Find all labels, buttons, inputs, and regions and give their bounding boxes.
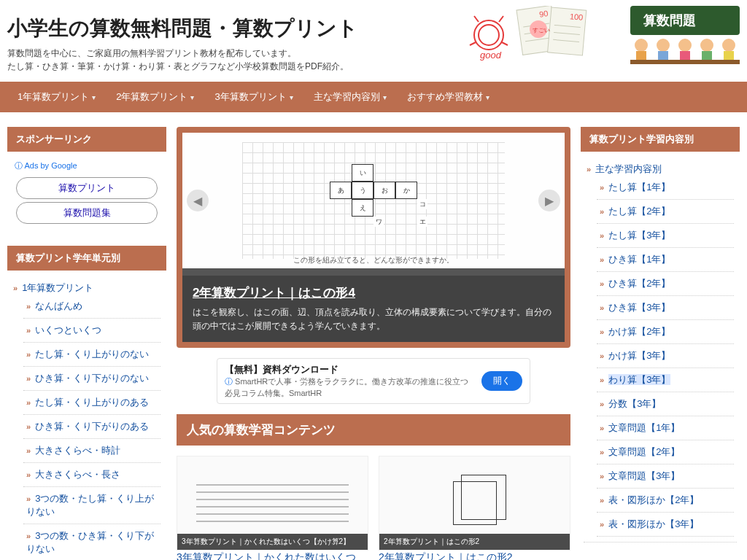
ads-label[interactable]: Ads by Google — [10, 158, 163, 174]
list-marker-icon: » — [600, 376, 604, 384]
slider-desc: はこを観察し、はこの面、辺、頂点を読み取り、立体の構成要素について学びます。自分… — [193, 306, 554, 333]
header-badge[interactable]: 算数問題 — [630, 6, 740, 35]
category-link[interactable]: ひき算【3年】 — [608, 302, 670, 313]
svg-point-1 — [479, 25, 499, 45]
svg-rect-20 — [680, 51, 690, 61]
category-head-link[interactable]: 主な学習内容別 — [595, 163, 662, 174]
slider-image: ◀ い あ う お か え ワ コ エ — [182, 133, 565, 268]
list-marker-icon: » — [600, 303, 604, 312]
sponsor-title: スポンサーリンク — [7, 127, 166, 152]
list-marker-icon: » — [600, 207, 604, 216]
units-head-link[interactable]: 1年算数プリント — [22, 282, 93, 293]
list-marker-icon: » — [600, 472, 604, 481]
unit-link[interactable]: なんばんめ — [35, 300, 82, 311]
chevron-down-icon: ▾ — [383, 93, 387, 101]
units-title: 算数プリント学年単元別 — [7, 246, 166, 271]
unit-link[interactable]: 3つの数・ひき算・くり下がりない — [26, 530, 154, 554]
ad-title: 【無料】資料ダウンロード — [225, 363, 474, 376]
list-marker-icon: » — [26, 494, 31, 503]
category-link[interactable]: 文章問題【1年】 — [608, 422, 680, 433]
svg-rect-25 — [630, 60, 740, 64]
popular-section-title: 人気の算数学習コンテンツ — [177, 414, 570, 446]
inline-ad[interactable]: 【無料】資料ダウンロード ⓘ SmartHRで人事・労務をラクラクに。働き方改革… — [217, 358, 530, 404]
good-doodle-icon: good 90 100 すごい — [465, 6, 626, 63]
category-link[interactable]: 表・図形ほか【3年】 — [608, 518, 699, 529]
nav-item-4[interactable]: おすすめ学習教材▾ — [397, 82, 500, 112]
svg-point-17 — [657, 39, 670, 52]
slider-prev-button[interactable]: ◀ — [187, 190, 209, 211]
category-link[interactable]: かけ算【3年】 — [608, 350, 670, 361]
sponsor-widget: スポンサーリンク Ads by Google 算数プリント 算数問題集 — [7, 127, 166, 233]
unit-link[interactable]: いくつといくつ — [35, 324, 101, 335]
card-thumb[interactable]: 2年算数プリント｜はこの形2 — [379, 456, 570, 551]
ad-pill-2[interactable]: 算数問題集 — [16, 202, 158, 224]
main-nav: 1年算数プリント▾ 2年算数プリント▾ 3年算数プリント▾ 主な学習内容別▾ お… — [0, 82, 747, 112]
svg-rect-18 — [658, 51, 668, 61]
list-marker-icon: » — [600, 279, 604, 288]
category-link[interactable]: 文章問題【2年】 — [608, 446, 680, 457]
list-marker-icon: » — [26, 302, 31, 311]
svg-text:すごい: すごい — [533, 27, 550, 34]
category-link[interactable]: たし算【2年】 — [608, 206, 670, 217]
svg-text:100: 100 — [570, 12, 584, 22]
list-marker-icon: » — [600, 183, 604, 192]
kids-illustration-icon — [630, 35, 740, 64]
unit-link[interactable]: 大きさくらべ・長さ — [35, 469, 120, 480]
chevron-down-icon: ▾ — [190, 93, 194, 101]
cube-net-icon: い あ う お か え ワ コ エ — [308, 164, 439, 237]
unit-link[interactable]: たし算・くり上がりのある — [35, 397, 149, 408]
category-link[interactable]: 文章問題【3年】 — [608, 470, 680, 481]
svg-text:good: good — [480, 50, 502, 61]
header-decoration: good 90 100 すごい 算数問題 — [465, 6, 740, 66]
category-link[interactable]: わり算【3年】 — [608, 374, 670, 385]
nav-item-0[interactable]: 1年算数プリント▾ — [7, 82, 106, 112]
list-marker-icon: » — [26, 422, 31, 431]
svg-rect-22 — [702, 51, 712, 61]
card-thumb[interactable]: 3年算数プリント｜かくれた数はいくつ【かけ算2】 — [177, 456, 368, 551]
slider-caption: 2年算数プリント｜はこの形4 はこを観察し、はこの面、辺、頂点を読み取り、立体の… — [182, 276, 565, 342]
chevron-down-icon: ▾ — [92, 93, 96, 101]
list-marker-icon: » — [26, 326, 31, 335]
card-title-link[interactable]: 3年算数プリント｜かくれた数はいくつ【かけ算2】 — [177, 551, 356, 560]
list-marker-icon: » — [600, 327, 604, 336]
nav-item-3[interactable]: 主な学習内容別▾ — [303, 82, 397, 112]
card-label: 3年算数プリント｜かくれた数はいくつ【かけ算2】 — [177, 534, 368, 550]
list-marker-icon: » — [600, 424, 604, 432]
left-sidebar: スポンサーリンク Ads by Google 算数プリント 算数問題集 算数プリ… — [7, 127, 166, 560]
category-link[interactable]: ひき算【1年】 — [608, 254, 670, 265]
nav-item-1[interactable]: 2年算数プリント▾ — [106, 82, 204, 112]
slider-next-button[interactable]: ▶ — [538, 190, 560, 211]
category-link[interactable]: たし算【3年】 — [608, 230, 670, 241]
list-marker-icon: » — [600, 520, 604, 529]
ad-pill-1[interactable]: 算数プリント — [16, 177, 158, 199]
category-link[interactable]: 表・図形ほか【2年】 — [608, 494, 699, 505]
unit-link[interactable]: ひき算・くり下がりのない — [35, 373, 149, 384]
unit-link[interactable]: ひき算・くり下がりのある — [35, 421, 149, 432]
svg-rect-24 — [724, 51, 734, 61]
content-card: 3年算数プリント｜かくれた数はいくつ【かけ算2】3年算数プリント｜かくれた数はい… — [177, 456, 368, 560]
featured-slider: ◀ い あ う お か え ワ コ エ — [177, 127, 570, 348]
list-marker-icon: » — [600, 496, 604, 505]
ad-open-button[interactable]: 開く — [481, 371, 522, 391]
chevron-down-icon: ▾ — [486, 93, 489, 101]
info-icon: ⓘ — [225, 377, 233, 386]
slider-subcaption: この形を組み立てると、どんな形ができますか。 — [182, 255, 565, 265]
category-link[interactable]: 分数【3年】 — [608, 398, 661, 409]
unit-link[interactable]: 大きさくらべ・時計 — [35, 445, 120, 456]
main-column: ◀ い あ う お か え ワ コ エ — [177, 127, 570, 560]
category-link[interactable]: たし算【1年】 — [608, 182, 670, 192]
unit-link[interactable]: 3つの数・たし算・くり上がりない — [26, 493, 154, 517]
svg-point-15 — [635, 39, 648, 52]
card-label: 2年算数プリント｜はこの形2 — [379, 534, 570, 550]
unit-link[interactable]: たし算・くり上がりのない — [35, 349, 149, 359]
svg-rect-16 — [636, 51, 646, 61]
category-link[interactable]: ひき算【2年】 — [608, 278, 670, 289]
nav-item-2[interactable]: 3年算数プリント▾ — [204, 82, 303, 112]
card-title-link[interactable]: 2年算数プリント｜はこの形2 — [379, 551, 513, 560]
svg-text:90: 90 — [538, 9, 549, 19]
slider-title-link[interactable]: 2年算数プリント｜はこの形4 — [193, 286, 355, 300]
list-marker-icon: » — [26, 398, 31, 407]
category-link[interactable]: かけ算【2年】 — [608, 326, 670, 337]
list-marker-icon: » — [26, 374, 31, 383]
units-widget: 算数プリント学年単元別 »1年算数プリント »なんばんめ»いくつといくつ»たし算… — [7, 246, 166, 560]
